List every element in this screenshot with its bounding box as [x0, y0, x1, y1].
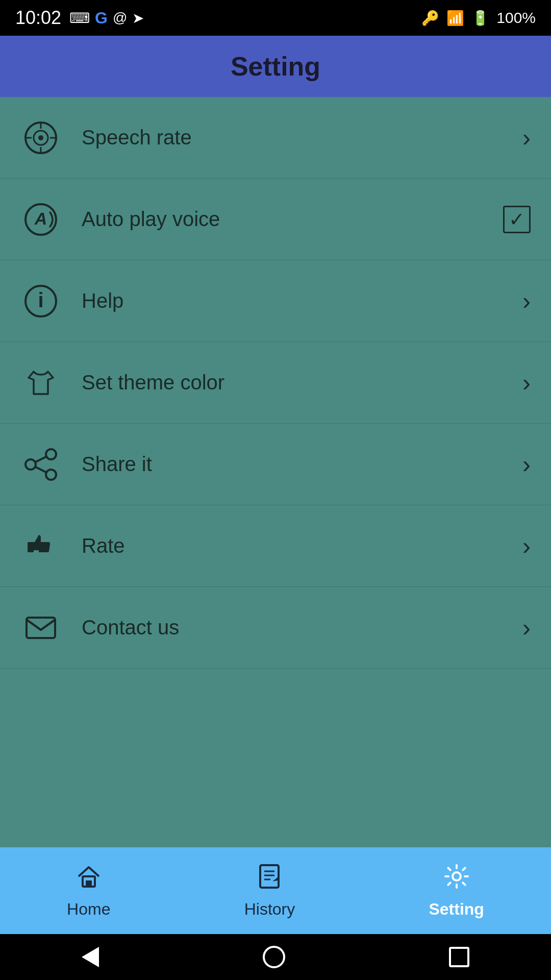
auto-play-checkbox[interactable]: ✓ [503, 206, 531, 233]
setting-icon [443, 863, 470, 896]
chevron-right-icon: › [522, 614, 531, 642]
bottom-nav: Home History Setting [0, 847, 551, 934]
key-icon: 🔑 [421, 10, 439, 27]
speech-rate-chevron: › [522, 124, 531, 152]
page-title: Setting [231, 51, 320, 82]
auto-play-label: Auto play voice [82, 208, 503, 231]
system-nav-bar [0, 934, 551, 980]
theme-chevron: › [522, 369, 531, 397]
setting-label: Setting [429, 900, 484, 919]
recents-button[interactable] [449, 947, 469, 967]
checkmark: ✓ [509, 208, 525, 231]
share-icon [20, 444, 61, 485]
app-header: Setting [0, 36, 551, 97]
settings-item-speech-rate[interactable]: Speech rate › [0, 97, 551, 179]
chevron-right-icon: › [522, 124, 531, 152]
back-icon [82, 947, 99, 967]
svg-point-13 [46, 470, 56, 480]
google-icon: G [95, 9, 108, 28]
settings-item-contact[interactable]: Contact us › [0, 587, 551, 669]
svg-point-11 [46, 449, 56, 459]
history-label: History [244, 900, 295, 919]
share-chevron: › [522, 450, 531, 478]
share-label: Share it [82, 453, 522, 476]
contact-icon [20, 607, 61, 648]
svg-point-24 [453, 872, 461, 880]
auto-play-icon: A [20, 199, 61, 240]
nav-item-home[interactable]: Home [36, 855, 141, 927]
svg-text:A: A [34, 209, 47, 228]
home-button[interactable] [263, 946, 285, 968]
settings-item-rate[interactable]: Rate › [0, 505, 551, 587]
svg-text:i: i [38, 289, 43, 311]
settings-list: Speech rate › A Auto play voice ✓ i [0, 97, 551, 847]
settings-item-help[interactable]: i Help › [0, 260, 551, 342]
status-left: 10:02 ⌨ G @ ➤ [15, 7, 144, 29]
settings-item-share[interactable]: Share it › [0, 424, 551, 505]
help-icon: i [20, 281, 61, 322]
svg-line-15 [36, 467, 46, 472]
svg-rect-16 [28, 542, 34, 552]
chevron-right-icon: › [522, 287, 531, 315]
status-time: 10:02 [15, 7, 61, 29]
contact-label: Contact us [82, 616, 522, 639]
nav-item-setting[interactable]: Setting [398, 855, 514, 927]
speech-rate-label: Speech rate [82, 126, 522, 149]
rate-chevron: › [522, 532, 531, 560]
settings-item-theme-color[interactable]: Set theme color › [0, 342, 551, 424]
chevron-right-icon: › [522, 450, 531, 478]
at-icon: @ [113, 10, 127, 26]
rate-icon [20, 526, 61, 567]
status-right: 🔑 📶 🔋 100% [421, 9, 536, 27]
status-icons: ⌨ G @ ➤ [69, 9, 144, 28]
status-bar: 10:02 ⌨ G @ ➤ 🔑 📶 🔋 100% [0, 0, 551, 36]
keyboard-icon: ⌨ [69, 10, 90, 27]
chevron-right-icon: › [522, 369, 531, 397]
svg-rect-20 [260, 865, 279, 888]
svg-point-6 [38, 135, 43, 140]
chevron-right-icon: › [522, 532, 531, 560]
rate-label: Rate [82, 534, 522, 557]
svg-rect-19 [86, 880, 92, 887]
home-icon [76, 863, 102, 896]
back-button[interactable] [82, 947, 99, 967]
recents-square-icon [449, 947, 469, 967]
svg-line-14 [36, 457, 46, 462]
history-icon [256, 863, 283, 896]
home-label: Home [67, 900, 110, 919]
battery-level: 100% [496, 9, 536, 27]
settings-item-auto-play-voice[interactable]: A Auto play voice ✓ [0, 179, 551, 260]
wifi-icon: 📶 [446, 10, 464, 27]
theme-icon [20, 362, 61, 403]
home-circle-icon [263, 946, 285, 968]
speech-rate-icon [20, 117, 61, 158]
svg-rect-17 [27, 618, 55, 638]
svg-point-12 [26, 459, 36, 470]
battery-icon: 🔋 [471, 10, 489, 27]
help-chevron: › [522, 287, 531, 315]
nav-item-history[interactable]: History [214, 855, 326, 927]
contact-chevron: › [522, 614, 531, 642]
cursor-icon: ➤ [132, 10, 144, 27]
checkbox-checked-icon[interactable]: ✓ [503, 206, 531, 233]
help-label: Help [82, 289, 522, 312]
theme-color-label: Set theme color [82, 371, 522, 394]
